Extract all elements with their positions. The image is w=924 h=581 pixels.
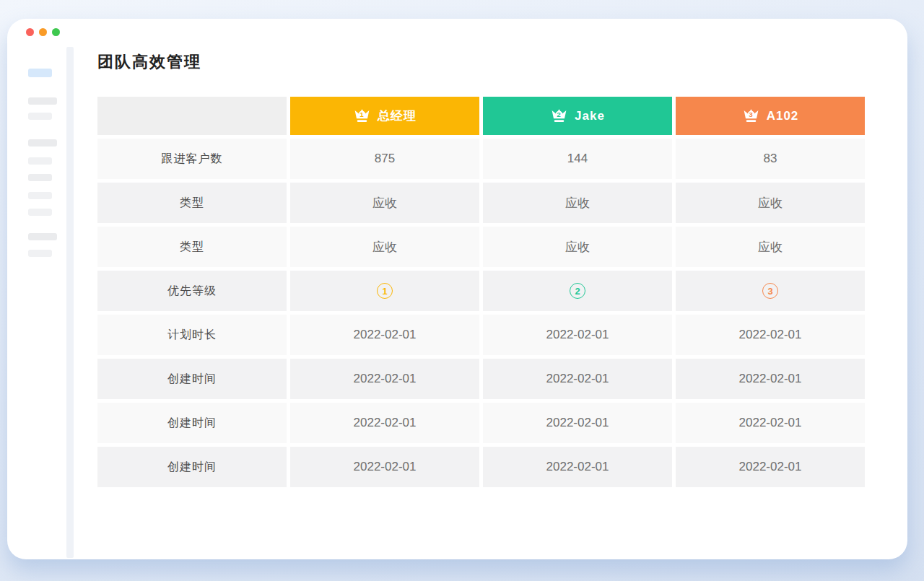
row-label: 创建时间 xyxy=(97,447,287,487)
table-cell: 2022-02-01 xyxy=(676,315,865,355)
row-label: 跟进客户数 xyxy=(97,139,287,179)
table-cell: 2022-02-01 xyxy=(676,403,865,443)
column-header-rank2[interactable]: 2 Jake xyxy=(483,97,672,135)
sidebar-item[interactable] xyxy=(28,157,52,165)
table-cell: 应收 xyxy=(483,227,672,267)
table-cell: 2022-02-01 xyxy=(290,447,479,487)
sidebar-item-active[interactable] xyxy=(28,69,52,77)
svg-text:2: 2 xyxy=(557,110,562,118)
table-cell: 2022-02-01 xyxy=(483,315,672,355)
sidebar-item[interactable] xyxy=(28,139,57,147)
table-cell: 应收 xyxy=(290,183,479,223)
table-cell: 2022-02-01 xyxy=(290,403,479,443)
row-label: 创建时间 xyxy=(97,403,287,443)
sidebar-divider xyxy=(66,47,74,558)
table-cell: 应收 xyxy=(676,183,865,223)
row-label: 类型 xyxy=(97,227,287,267)
window-controls xyxy=(26,28,60,36)
page-title: 团队高效管理 xyxy=(97,53,201,71)
column-header-rank3[interactable]: 3 A102 xyxy=(676,97,865,135)
minimize-window-icon[interactable] xyxy=(39,28,47,36)
table-cell: 应收 xyxy=(290,227,479,267)
sidebar-item[interactable] xyxy=(28,209,52,216)
crown-1-icon: 1 xyxy=(353,107,371,125)
row-label: 类型 xyxy=(97,183,287,223)
table-cell: 144 xyxy=(483,139,672,179)
table-cell: 2 xyxy=(483,271,672,311)
column-header-label: Jake xyxy=(575,109,605,123)
row-label: 计划时长 xyxy=(97,315,287,355)
sidebar-item[interactable] xyxy=(28,113,52,120)
table-cell: 2022-02-01 xyxy=(290,315,479,355)
row-label: 优先等级 xyxy=(97,271,287,311)
sidebar-item[interactable] xyxy=(28,233,57,240)
crown-2-icon: 2 xyxy=(550,107,568,125)
priority-2-badge-icon: 2 xyxy=(570,283,585,299)
table-cell: 2022-02-01 xyxy=(483,447,672,487)
svg-text:3: 3 xyxy=(749,110,754,118)
row-label: 创建时间 xyxy=(97,359,287,399)
table-cell: 1 xyxy=(290,271,479,311)
table-corner-cell xyxy=(97,97,287,135)
table-cell: 2022-02-01 xyxy=(483,359,672,399)
table-cell: 2022-02-01 xyxy=(290,359,479,399)
column-header-label: 总经理 xyxy=(378,108,417,124)
sidebar-item[interactable] xyxy=(28,174,52,181)
sidebar-item[interactable] xyxy=(28,250,52,257)
team-ranking-table: 1 总经理 2 Jake 3 A102 跟进客户数 8 xyxy=(97,97,865,487)
table-cell: 应收 xyxy=(676,227,865,267)
table-cell: 875 xyxy=(290,139,479,179)
close-window-icon[interactable] xyxy=(26,28,34,36)
column-header-rank1[interactable]: 1 总经理 xyxy=(290,97,479,135)
table-cell: 83 xyxy=(676,139,865,179)
crown-3-icon: 3 xyxy=(742,107,760,125)
table-cell: 2022-02-01 xyxy=(483,403,672,443)
table-cell: 3 xyxy=(676,271,865,311)
svg-text:1: 1 xyxy=(359,110,365,118)
priority-1-badge-icon: 1 xyxy=(377,283,393,299)
sidebar-item[interactable] xyxy=(28,97,57,105)
sidebar-item[interactable] xyxy=(28,192,52,199)
table-cell: 2022-02-01 xyxy=(676,359,865,399)
app-window: 团队高效管理 1 总经理 2 Jake xyxy=(7,19,907,559)
priority-3-badge-icon: 3 xyxy=(762,283,778,299)
column-header-label: A102 xyxy=(767,109,799,123)
table-cell: 应收 xyxy=(483,183,672,223)
zoom-window-icon[interactable] xyxy=(52,28,60,36)
table-cell: 2022-02-01 xyxy=(676,447,865,487)
